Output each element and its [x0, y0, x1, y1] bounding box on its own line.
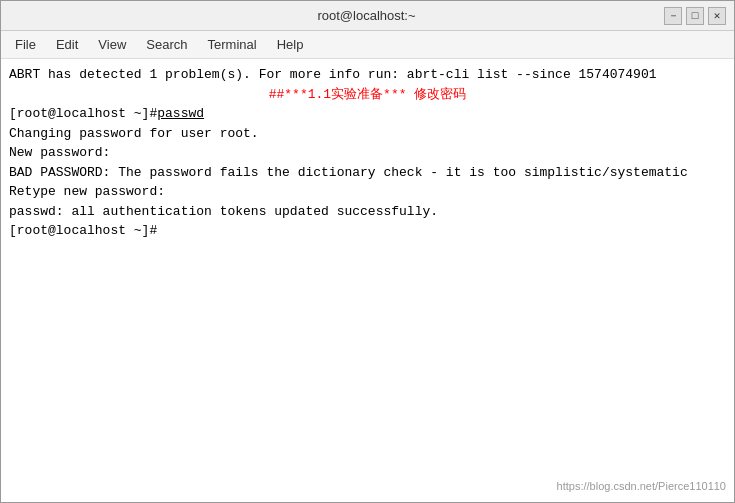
menu-view[interactable]: View — [88, 34, 136, 55]
terminal-annotation: ##***1.1实验准备*** 修改密码 — [269, 85, 467, 105]
minimize-button[interactable]: － — [664, 7, 682, 25]
close-button[interactable]: ✕ — [708, 7, 726, 25]
terminal-line-7: passwd: all authentication tokens update… — [9, 202, 726, 222]
menu-file[interactable]: File — [5, 34, 46, 55]
menu-search[interactable]: Search — [136, 34, 197, 55]
watermark: https://blog.csdn.net/Pierce110110 — [557, 478, 726, 495]
title-bar: root@localhost:~ － □ ✕ — [1, 1, 734, 31]
terminal-line-4: New password: — [9, 143, 726, 163]
menu-edit[interactable]: Edit — [46, 34, 88, 55]
terminal-line-5: BAD PASSWORD: The password fails the dic… — [9, 163, 726, 183]
terminal-body[interactable]: ABRT has detected 1 problem(s). For more… — [1, 59, 734, 502]
terminal-prompt-2: [root@localhost ~]# — [9, 104, 157, 124]
menu-bar: File Edit View Search Terminal Help — [1, 31, 734, 59]
maximize-button[interactable]: □ — [686, 7, 704, 25]
terminal-line-8: [root@localhost ~]# — [9, 221, 726, 241]
terminal-line-0: ABRT has detected 1 problem(s). For more… — [9, 65, 726, 85]
terminal-command-2: passwd — [157, 104, 204, 124]
terminal-line-3: Changing password for user root. — [9, 124, 726, 144]
menu-help[interactable]: Help — [267, 34, 314, 55]
window-title: root@localhost:~ — [69, 8, 664, 23]
terminal-line-6: Retype new password: — [9, 182, 726, 202]
annotation-line: ##***1.1实验准备*** 修改密码 — [9, 85, 726, 105]
menu-terminal[interactable]: Terminal — [198, 34, 267, 55]
terminal-line-2: [root@localhost ~]# passwd — [9, 104, 726, 124]
window-controls: － □ ✕ — [664, 7, 726, 25]
terminal-window: root@localhost:~ － □ ✕ File Edit View Se… — [0, 0, 735, 503]
